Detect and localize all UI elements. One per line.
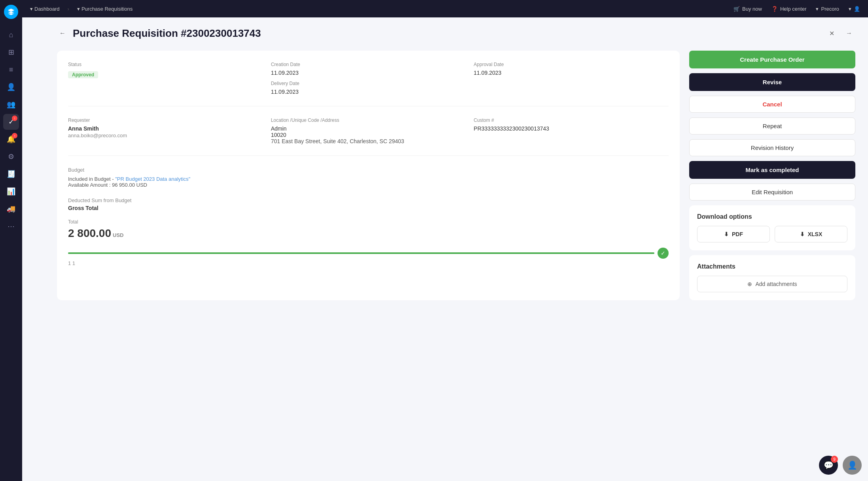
deducted-label: Deducted Sum from Budget [68,197,669,203]
requester-section: Requester Anna Smith anna.boiko@precoro.… [68,117,263,144]
info-grid-top: Status Approved Creation Date 11.09.2023… [68,62,669,106]
status-badge: Approved [68,71,98,78]
requester-name: Anna Smith [68,125,263,132]
list-icon[interactable]: ≡ [3,62,19,78]
user-avatar-icon: 👤 [854,6,860,12]
custom-label: Custom # [474,117,669,123]
chat-button-secondary[interactable]: 👤 [843,456,862,475]
help-icon: ❓ [771,6,778,12]
requester-email: anna.boiko@precoro.com [68,133,263,138]
budget-available: Available Amount : 96 950.00 USD [68,182,669,188]
bottom-chat-area: 💬 9 👤 [819,456,862,475]
pdf-download-button[interactable]: ⬇ PDF [697,226,770,242]
close-button[interactable]: ✕ [825,27,838,40]
nav-dashboard[interactable]: ▾ Dashboard [30,6,60,12]
progress-section: ✓ [68,248,669,259]
content-layout: Status Approved Creation Date 11.09.2023… [57,51,855,300]
download-pdf-icon: ⬇ [724,231,729,237]
create-purchase-order-button[interactable]: Create Purchase Order [689,51,855,68]
nav-separator: › [68,6,69,12]
home-icon[interactable]: ⌂ [3,27,19,43]
chevron-down-icon-4: ▾ [849,6,851,12]
chat-button-primary[interactable]: 💬 9 [819,456,838,475]
download-title: Download options [697,213,847,220]
support-icon: 👤 [847,460,857,470]
location-address: 701 East Bay Street, Suite 402, Charlest… [271,138,466,144]
add-attachment-button[interactable]: ⊕ Add attachments [697,276,847,292]
analytics-icon[interactable]: 📊 [3,184,19,199]
alert-badge: ! [12,133,17,138]
page-header: ← Purchase Requisition #2300230013743 ✕ … [57,27,855,40]
buy-now-button[interactable]: 🛒 Buy now [733,6,762,12]
more-icon[interactable]: ⋯ [3,218,19,234]
location-code: 10020 [271,132,466,138]
deducted-section: Deducted Sum from Budget Gross Total [68,197,669,211]
alert-icon[interactable]: 🔔 ! [3,131,19,147]
progress-complete-icon: ✓ [658,248,669,259]
user-menu[interactable]: ▾ 👤 [849,6,860,12]
total-value: 2 800.00 USD [68,227,669,240]
budget-included: Included in Budget - "PR Budget 2023 Dat… [68,176,669,182]
download-buttons: ⬇ PDF ⬇ XLSX [697,226,847,242]
tasks-badge: ! [12,116,17,121]
sidebar: ⌂ ⊞ ≡ 👤 👥 ✓ ! 🔔 ! ⚙ 🧾 📊 🚚 ⋯ [0,0,22,481]
dashboard-icon[interactable]: ⊞ [3,44,19,60]
total-label: Total [68,219,669,225]
topnav-right: 🛒 Buy now ❓ Help center ▾ Precoro ▾ 👤 [733,6,860,12]
creation-date-label: Creation Date [271,62,466,67]
location-section: Location /Unique Code /Address Admin 100… [271,117,466,144]
custom-value: PR3333333332300230013743 [474,125,669,132]
invoices-icon[interactable]: 🧾 [3,166,19,182]
mark-as-completed-button[interactable]: Mark as completed [689,161,855,179]
company-menu[interactable]: ▾ Precoro [816,6,839,12]
location-name: Admin [271,125,466,132]
approval-date-value: 11.09.2023 [474,70,669,76]
cancel-button[interactable]: Cancel [689,96,855,113]
revision-history-button[interactable]: Revision History [689,139,855,156]
header-actions: ✕ → [825,27,855,40]
next-arrow-icon: → [846,30,852,37]
progress-fill [68,252,654,254]
approval-date-section: Approval Date 11.09.2023 [474,62,669,95]
app-logo[interactable] [4,5,18,19]
settings-icon[interactable]: ⚙ [3,149,19,165]
location-label: Location /Unique Code /Address [271,117,466,123]
back-button[interactable]: ← [57,28,68,39]
delivery-icon[interactable]: 🚚 [3,201,19,217]
attachments-title: Attachments [697,263,847,270]
chevron-down-icon-2: ▾ [77,6,80,12]
tasks-icon[interactable]: ✓ ! [3,114,19,130]
revise-button[interactable]: Revise [689,73,855,91]
user-icon[interactable]: 👤 [3,79,19,95]
content-panel: Status Approved Creation Date 11.09.2023… [57,51,680,300]
help-center-button[interactable]: ❓ Help center [771,6,806,12]
status-label: Status [68,62,263,67]
delivery-date-value: 11.09.2023 [271,89,466,95]
requester-label: Requester [68,117,263,123]
custom-section: Custom # PR3333333332300230013743 [474,117,669,144]
total-currency: USD [113,232,123,238]
download-section: Download options ⬇ PDF ⬇ XLSX [689,205,855,250]
chevron-down-icon: ▾ [30,6,33,12]
total-section: Total 2 800.00 USD [68,219,669,240]
chevron-down-icon-3: ▾ [816,6,819,12]
xlsx-download-button[interactable]: ⬇ XLSX [775,226,847,242]
page-title: Purchase Requisition #2300230013743 [73,27,261,40]
next-button[interactable]: → [843,27,855,40]
approval-date-label: Approval Date [474,62,669,67]
nav-purchase-requisitions[interactable]: ▾ Purchase Requisitions [77,6,133,12]
progress-step: 1 1 [68,260,669,266]
progress-track [68,252,654,254]
top-navigation: ▾ Dashboard › ▾ Purchase Requisitions 🛒 … [22,0,868,17]
main-content: ← Purchase Requisition #2300230013743 ✕ … [44,17,868,481]
status-section: Status Approved [68,62,263,95]
team-icon[interactable]: 👥 [3,97,19,112]
budget-link[interactable]: "PR Budget 2023 Data analytics" [115,176,190,182]
budget-section: Budget Included in Budget - "PR Budget 2… [68,167,669,188]
download-xlsx-icon: ⬇ [800,231,805,237]
right-sidebar: Create Purchase Order Revise Cancel Repe… [689,51,855,300]
delivery-date-label: Delivery Date [271,81,466,86]
requester-grid: Requester Anna Smith anna.boiko@precoro.… [68,117,669,156]
edit-requisition-button[interactable]: Edit Requisition [689,184,855,201]
repeat-button[interactable]: Repeat [689,117,855,134]
